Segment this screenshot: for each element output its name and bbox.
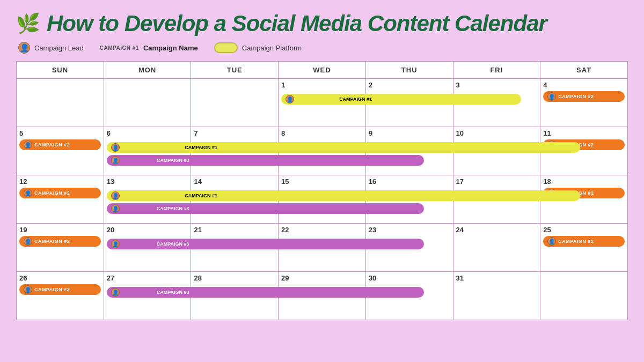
day-number-3: 3 [456, 81, 538, 89]
day-6: 6 CAMPAIGN #1 CAMPAIGN #3 [104, 127, 191, 175]
day-number-2: 2 [369, 81, 450, 89]
campaign2-day12: CAMPAIGN #2 [19, 188, 101, 198]
campaign2-day4: CAMPAIGN #2 [543, 91, 625, 102]
day-number-16: 16 [369, 178, 450, 186]
day-number-28: 28 [194, 274, 275, 282]
c2d19-avatar [24, 237, 32, 246]
day-number-22: 22 [281, 226, 363, 234]
c3w5-avatar [111, 288, 120, 297]
week-row-2: 5 CAMPAIGN #2 6 CAMPAIGN #1 [17, 127, 628, 175]
plant-icon: 🌿 [16, 12, 40, 35]
day-24: 24 [453, 224, 540, 272]
c2d25-avatar [547, 237, 556, 246]
day-19: 19 CAMPAIGN #2 [17, 224, 104, 272]
day-empty-2 [104, 79, 191, 127]
legend-campaign-name: CAMPAIGN #1 Campaign Name [100, 44, 198, 52]
day-13: 13 CAMPAIGN #1 CAMPAIGN #3 [104, 175, 191, 224]
campaign1-week3-bar: CAMPAIGN #1 [107, 190, 581, 201]
day-number-25: 25 [543, 226, 625, 234]
c1w3-avatar [111, 191, 120, 200]
platform-swatch [214, 42, 238, 53]
day-number-5: 5 [19, 129, 101, 137]
day-5: 5 CAMPAIGN #2 [17, 127, 104, 175]
day-number-29: 29 [281, 274, 363, 282]
day-25: 25 CAMPAIGN #2 [540, 224, 628, 272]
c3w2-avatar [111, 156, 120, 165]
day-12: 12 CAMPAIGN #2 [17, 175, 104, 224]
legend-campaign-name-label: Campaign Name [143, 44, 198, 52]
day-number-11: 11 [543, 129, 625, 137]
c1w2-avatar [111, 143, 120, 152]
campaign3-week2-bar: CAMPAIGN #3 [107, 155, 425, 166]
day-number-27: 27 [107, 274, 188, 282]
day-1: 1 CAMPAIGN #1 [279, 79, 366, 127]
campaign3-week4-bar: CAMPAIGN #3 [107, 239, 425, 249]
c2d26-avatar [24, 285, 32, 294]
col-mon: MON [104, 62, 191, 79]
c2d5-avatar [24, 141, 32, 149]
day-number-6: 6 [107, 129, 188, 137]
col-sat: SAT [540, 62, 628, 79]
day-number-31: 31 [456, 274, 538, 282]
day-27: 27 CAMPAIGN #3 [104, 272, 191, 320]
day-empty-end [540, 272, 628, 320]
day-number-17: 17 [456, 178, 538, 186]
calendar-table: SUN MON TUE WED THU FRI SAT 1 CAMPAI [16, 61, 628, 320]
day-number-18: 18 [543, 178, 625, 186]
week-row-1: 1 CAMPAIGN #1 2 3 4 CAMP [17, 79, 628, 127]
day-31: 31 [453, 272, 540, 320]
page-header: 🌿 How to Develop a Social Media Content … [16, 11, 628, 36]
legend-campaign-platform: Campaign Platform [214, 42, 302, 53]
campaign1-week1-bar: CAMPAIGN #1 [281, 94, 521, 105]
c3w4-avatar [111, 240, 120, 248]
col-sun: SUN [17, 62, 104, 79]
legend-campaign-lead: 👤 Campaign Lead [18, 42, 84, 54]
campaign-lead-avatar: 👤 [18, 42, 30, 54]
day-number-9: 9 [369, 129, 450, 137]
campaign3-week3-bar: CAMPAIGN #3 [107, 203, 425, 214]
campaign3-week5-bar: CAMPAIGN #3 [107, 287, 425, 298]
day-number-21: 21 [194, 226, 275, 234]
day-number-1: 1 [281, 81, 363, 89]
day-26: 26 CAMPAIGN #2 [17, 272, 104, 320]
day-number-24: 24 [456, 226, 538, 234]
day-number-12: 12 [19, 178, 101, 186]
week-row-3: 12 CAMPAIGN #2 13 CAMPAIGN #1 [17, 175, 628, 224]
day-number-20: 20 [107, 226, 188, 234]
c2d12-avatar [24, 189, 32, 197]
day-number-4: 4 [543, 81, 625, 89]
week-row-4: 19 CAMPAIGN #2 20 CAMPAIGN #3 21 [17, 224, 628, 272]
day-number-15: 15 [281, 178, 363, 186]
c1w1-avatar [286, 95, 294, 104]
c2d4-avatar [547, 92, 556, 101]
day-20: 20 CAMPAIGN #3 [104, 224, 191, 272]
day-number-30: 30 [369, 274, 450, 282]
col-thu: THU [365, 62, 453, 79]
campaign1-week2-bar: CAMPAIGN #1 [107, 142, 581, 153]
day-number-14: 14 [194, 178, 275, 186]
col-wed: WED [279, 62, 366, 79]
day-number-26: 26 [19, 274, 101, 282]
campaign2-day19: CAMPAIGN #2 [19, 236, 101, 247]
day-4: 4 CAMPAIGN #2 [540, 79, 628, 127]
day-number-19: 19 [19, 226, 101, 234]
campaign-lead-label: Campaign Lead [34, 44, 84, 52]
day-empty-1 [17, 79, 104, 127]
day-number-13: 13 [107, 178, 188, 186]
campaign-platform-label: Campaign Platform [242, 44, 302, 52]
legend-bar: 👤 Campaign Lead CAMPAIGN #1 Campaign Nam… [16, 42, 628, 54]
col-fri: FRI [453, 62, 540, 79]
campaign2-day26: CAMPAIGN #2 [19, 284, 101, 295]
day-number-7: 7 [194, 129, 275, 137]
col-tue: TUE [191, 62, 279, 79]
page-title: How to Develop a Social Media Content Ca… [47, 11, 547, 36]
day-empty-3 [191, 79, 279, 127]
legend-campaign-number: CAMPAIGN #1 [100, 45, 139, 51]
day-number-10: 10 [456, 129, 538, 137]
campaign2-day5: CAMPAIGN #2 [19, 139, 101, 150]
week-row-5: 26 CAMPAIGN #2 27 CAMPAIGN #3 28 [17, 272, 628, 320]
calendar-header-row: SUN MON TUE WED THU FRI SAT [17, 62, 628, 79]
campaign2-day25: CAMPAIGN #2 [543, 236, 625, 247]
day-number-23: 23 [369, 226, 450, 234]
c3w3-avatar [111, 204, 120, 213]
